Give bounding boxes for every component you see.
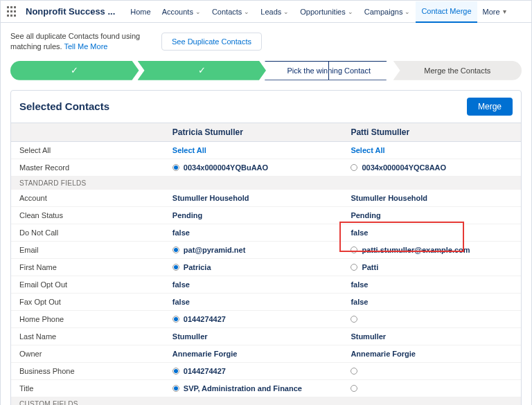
top-nav: Nonprofit Success ... Home Accounts⌄ Con… [1, 1, 531, 23]
step-3-current: Pick the winning Contact [265, 61, 393, 80]
nav-items: Home Accounts⌄ Contacts⌄ Leads⌄ Opportun… [125, 1, 511, 22]
radio-master-a[interactable] [172, 164, 179, 171]
chevron-down-icon: ⌄ [244, 8, 249, 15]
row-last-name: Last Name Stumuller Stumuller [11, 328, 521, 345]
row-master-record: Master Record 0034x000004YQBuAAO 0034x00… [11, 159, 521, 177]
radio-homephone-a[interactable] [172, 316, 179, 323]
nav-accounts[interactable]: Accounts⌄ [157, 1, 206, 22]
nav-more[interactable]: More▾ [477, 1, 512, 22]
nav-contact-merge[interactable]: Contact Merge [416, 1, 477, 23]
row-email-opt-out: Email Opt Out false false [11, 276, 521, 294]
section-custom-fields: CUSTOM FIELDS [11, 397, 521, 405]
nav-home[interactable]: Home [125, 1, 156, 22]
app-name: Nonprofit Success ... [26, 6, 115, 17]
radio-bizphone-a[interactable] [172, 368, 179, 375]
column-a-header: Patricia Stumuller [164, 123, 343, 141]
progress-indicator: ✓ ✓ Pick the winning Contact Merge the C… [10, 61, 522, 80]
radio-bizphone-b[interactable] [351, 368, 357, 375]
row-email: Email pat@pyramid.net patti.stumuller@ex… [11, 242, 521, 259]
radio-email-b[interactable] [351, 246, 357, 253]
nav-opportunities[interactable]: Opportunities⌄ [294, 1, 358, 22]
row-account: Account Stumuller Household Stumuller Ho… [11, 190, 521, 207]
radio-title-b[interactable] [351, 385, 357, 392]
see-duplicate-contacts-button[interactable]: See Duplicate Contacts [161, 33, 262, 51]
radio-homephone-b[interactable] [351, 316, 357, 323]
app-container: Nonprofit Success ... Home Accounts⌄ Con… [0, 0, 532, 405]
subheader: See all duplicate Contacts found using m… [1, 23, 531, 61]
select-all-b[interactable]: Select All [351, 146, 384, 154]
row-do-not-call: Do Not Call false false [11, 224, 521, 242]
radio-firstname-a[interactable] [172, 264, 179, 271]
column-b-header: Patti Stumuller [342, 123, 521, 141]
check-icon: ✓ [71, 65, 78, 75]
chevron-down-icon: ⌄ [195, 8, 201, 15]
step-4-next: Merge the Contacts [393, 61, 522, 80]
row-owner: Owner Annemarie Forgie Annemarie Forgie [11, 345, 521, 363]
app-launcher-icon[interactable] [6, 6, 19, 18]
row-business-phone: Business Phone 0144274427 [11, 363, 521, 380]
row-title: Title SVP, Administration and Finance [11, 380, 521, 397]
radio-firstname-b[interactable] [351, 264, 357, 271]
merge-button[interactable]: Merge [467, 98, 513, 116]
row-first-name: First Name Patricia Patti [11, 259, 521, 276]
radio-title-a[interactable] [172, 385, 179, 392]
chevron-down-icon: ⌄ [405, 8, 410, 15]
step-2-done: ✓ [138, 61, 267, 80]
row-select-all: Select All Select All Select All [11, 142, 521, 159]
selected-contacts-panel: Selected Contacts Merge Patricia Stumull… [10, 90, 522, 405]
tell-me-more-link[interactable]: Tell Me More [64, 42, 107, 51]
row-fax-opt-out: Fax Opt Out false false [11, 294, 521, 311]
row-clean-status: Clean Status Pending Pending [11, 207, 521, 224]
check-icon: ✓ [198, 65, 206, 75]
chevron-down-icon: ⌄ [348, 8, 353, 15]
step-1-done: ✓ [10, 61, 139, 80]
grid-header: Patricia Stumuller Patti Stumuller [11, 123, 521, 142]
section-standard-fields: STANDARD FIELDS [11, 177, 521, 190]
chevron-down-icon: ⌄ [283, 8, 289, 15]
select-all-a[interactable]: Select All [172, 146, 206, 154]
nav-campaigns[interactable]: Campaigns⌄ [359, 1, 416, 22]
caret-down-icon: ▾ [503, 8, 506, 15]
nav-contacts[interactable]: Contacts⌄ [206, 1, 255, 22]
row-home-phone: Home Phone 0144274427 [11, 311, 521, 328]
radio-master-b[interactable] [351, 164, 357, 171]
panel-title: Selected Contacts [19, 100, 109, 112]
radio-email-a[interactable] [172, 246, 179, 253]
duplicate-info-text: See all duplicate Contacts found using m… [10, 31, 149, 53]
nav-leads[interactable]: Leads⌄ [255, 1, 294, 22]
